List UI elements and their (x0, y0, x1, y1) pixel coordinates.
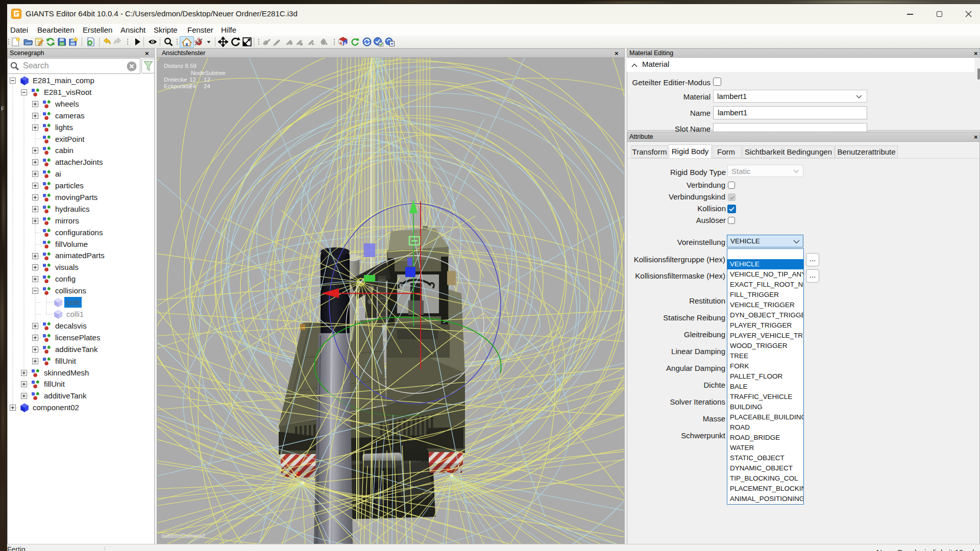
svg-text:Dreiecke: Dreiecke (164, 77, 187, 83)
svg-text:NodeSubtree: NodeSubtree (191, 70, 226, 76)
svg-text:B: B (344, 42, 346, 45)
svg-text:24: 24 (204, 83, 210, 89)
svg-text:Distanz 8.59: Distanz 8.59 (164, 63, 197, 69)
svg-text:A: A (340, 41, 342, 45)
svg-text:24: 24 (189, 83, 196, 89)
svg-text:outdoorCamera1: outdoorCamera1 (161, 533, 205, 539)
svg-text:12: 12 (189, 77, 196, 83)
svg-text:12: 12 (204, 77, 210, 83)
svg-text:Eckpunkte: Eckpunkte (164, 83, 191, 89)
